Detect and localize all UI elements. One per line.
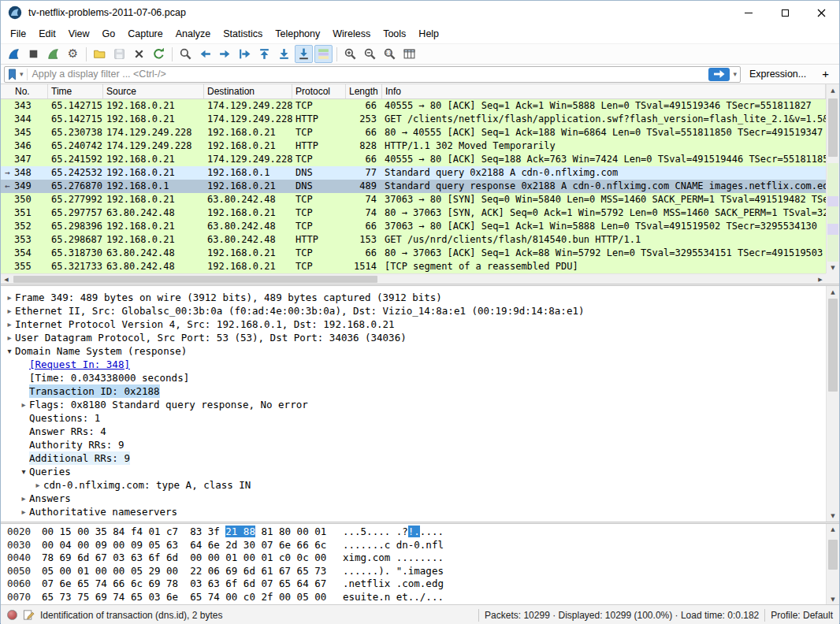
scroll-up-icon[interactable]: ▲ [827,524,839,534]
menu-analyze[interactable]: Analyze [169,25,217,43]
add-filter-button[interactable]: + [815,66,836,83]
packet-row-353[interactable]: 35365.298687192.168.0.2163.80.242.48HTTP… [1,233,826,247]
packet-row-350[interactable]: 35065.277992192.168.0.2163.80.242.48TCP7… [1,193,826,206]
column-header-length[interactable]: Length [346,84,382,98]
hex-bytes[interactable]: 07 6e 65 74 66 6c 69 78 03 63 6f 6d 07 6… [42,578,343,591]
detail-text[interactable]: Questions: 1 [29,411,100,425]
detail-line[interactable]: ▸Ethernet II, Src: Globalsc_00:3b:0a (f0… [1,304,826,318]
last-packet-button[interactable] [275,45,293,63]
column-header-source[interactable]: Source [103,84,204,98]
go-forward-button[interactable] [216,45,234,63]
menu-telephony[interactable]: Telephony [269,25,326,43]
go-to-packet-button[interactable] [236,45,254,63]
packet-list-vscrollbar[interactable]: ▲ ▼ [826,84,839,273]
scroll-down-icon[interactable]: ▼ [827,510,839,522]
column-header-info[interactable]: Info [382,84,826,98]
auto-scroll-button[interactable] [295,45,313,63]
packet-row-343[interactable]: 34365.142715192.168.0.21174.129.249.228T… [1,99,826,113]
zoom-in-button[interactable] [341,45,359,63]
zoom-out-button[interactable] [361,45,379,63]
menu-edit[interactable]: Edit [32,25,62,43]
column-header-destination[interactable]: Destination [204,84,292,98]
hex-row[interactable]: 007065 73 75 69 74 65 03 6e 65 74 00 c0 … [1,591,826,604]
details-vscrollbar[interactable]: ▲ ▼ [826,286,839,522]
bytes-vscrollbar[interactable]: ▲ ▼ [826,524,839,604]
capture-options-button[interactable]: ⚙ [64,45,82,63]
menu-go[interactable]: Go [96,25,122,43]
open-file-button[interactable] [91,45,109,63]
menu-file[interactable]: File [4,25,32,43]
scrollbar-thumb[interactable] [828,540,838,570]
zoom-original-button[interactable]: 1:1 [381,45,399,63]
hex-row[interactable]: 005005 00 01 00 00 05 29 00 22 06 69 6d … [1,565,826,578]
expander-icon[interactable]: ▸ [32,478,43,492]
scroll-left-icon[interactable]: ◀ [1,274,12,284]
hex-bytes[interactable]: 65 73 75 69 74 65 03 6e 65 74 00 c0 2f 0… [42,591,343,604]
expression-button[interactable]: Expression... [745,66,811,82]
go-back-button[interactable] [196,45,214,63]
detail-line[interactable]: ▾Queries [1,465,826,478]
restart-capture-button[interactable] [44,45,62,63]
scroll-up-icon[interactable]: ▲ [827,84,839,96]
scrollbar-thumb[interactable] [828,299,838,392]
detail-line[interactable]: ▸User Datagram Protocol, Src Port: 53 (5… [1,331,826,344]
menu-wireless[interactable]: Wireless [326,25,377,43]
expander-icon[interactable]: ▾ [4,344,15,358]
detail-text[interactable]: Frame 349: 489 bytes on wire (3912 bits)… [15,291,442,304]
packet-row-355[interactable]: 35565.32173363.80.242.48192.168.0.21TCP1… [1,260,826,273]
bookmark-caret-icon[interactable]: ▾ [20,70,24,78]
detail-text[interactable]: Transaction ID: 0x2188 [29,384,160,398]
detail-line[interactable]: Transaction ID: 0x2188 [1,384,826,398]
packet-row-349[interactable]: ←34965.276870192.168.0.1192.168.0.21DNS4… [1,180,826,193]
expander-icon[interactable]: ▸ [4,291,15,304]
detail-text[interactable]: Answers [29,492,71,505]
menu-statistics[interactable]: Statistics [217,25,269,43]
expert-info-icon[interactable] [7,610,17,620]
detail-text[interactable]: Flags: 0x8180 Standard query response, N… [29,398,308,411]
column-header-protocol[interactable]: Protocol [292,84,346,98]
capture-comment-icon[interactable] [23,609,35,621]
menu-capture[interactable]: Capture [121,25,169,43]
expander-icon[interactable]: ▸ [18,398,29,411]
close-button[interactable] [803,1,839,24]
detail-text[interactable]: cdn-0.nflximg.com: type A, class IN [43,478,251,492]
menu-help[interactable]: Help [412,25,445,43]
stop-capture-button[interactable] [24,45,43,63]
detail-line[interactable]: Answer RRs: 4 [1,425,826,438]
hex-row[interactable]: 004078 69 6d 67 03 63 6f 6d 00 00 01 00 … [1,552,826,565]
display-filter-input[interactable]: ▾ Apply a display filter ... <Ctrl-/> ▾ [4,66,741,83]
expander-icon[interactable]: ▸ [18,505,29,518]
scroll-down-icon[interactable]: ▼ [827,262,839,273]
hex-bytes[interactable]: 78 69 6d 67 03 63 6f 6d 00 00 01 00 01 c… [42,552,343,565]
detail-line[interactable]: ▸Flags: 0x8180 Standard query response, … [1,398,826,411]
packet-row-354[interactable]: 35465.31873063.80.242.48192.168.0.21TCP6… [1,247,826,260]
colorize-button[interactable] [314,45,333,63]
packet-row-346[interactable]: 34665.240742174.129.249.228192.168.0.21H… [1,139,826,153]
expander-icon[interactable]: ▸ [4,318,15,331]
status-profile[interactable]: Profile: Default [771,610,833,621]
filter-bookmark-icon[interactable] [8,69,17,80]
detail-text[interactable]: Ethernet II, Src: Globalsc_00:3b:0a (f0:… [15,304,584,318]
hex-row[interactable]: 002000 15 00 35 84 f4 01 c7 83 3f 21 88 … [1,526,826,539]
detail-line[interactable]: Questions: 1 [1,411,826,425]
detail-line[interactable]: Additional RRs: 9 [1,451,826,465]
menu-tools[interactable]: Tools [377,25,412,43]
close-file-button[interactable] [130,45,148,63]
expander-icon[interactable]: ▾ [18,465,29,478]
hex-bytes[interactable]: 05 00 01 00 00 05 29 00 22 06 69 6d 61 6… [42,565,343,578]
start-capture-button[interactable] [5,45,23,63]
hex-bytes[interactable]: 00 15 00 35 84 f4 01 c7 83 3f 21 88 81 8… [42,526,343,539]
scroll-down-icon[interactable]: ▼ [827,594,839,604]
save-file-button[interactable] [110,45,128,63]
detail-text[interactable]: [Time: 0.034338000 seconds] [29,371,189,384]
detail-text[interactable]: [Request In: 348] [29,358,130,371]
detail-text[interactable]: Domain Name System (response) [15,344,187,358]
first-packet-button[interactable] [255,45,273,63]
hex-ascii[interactable]: ...5.... .?!..... [343,526,444,539]
packet-row-351[interactable]: 35165.29775763.80.242.48192.168.0.21TCP7… [1,206,826,220]
packet-row-344[interactable]: 34465.142715192.168.0.21174.129.249.228H… [1,113,826,126]
detail-line[interactable]: [Time: 0.034338000 seconds] [1,371,826,384]
hex-ascii[interactable]: .netflix .com.edg [343,578,444,591]
hex-ascii[interactable]: .......c dn-0.nfl [343,539,444,552]
detail-line[interactable]: Authority RRs: 9 [1,438,826,451]
